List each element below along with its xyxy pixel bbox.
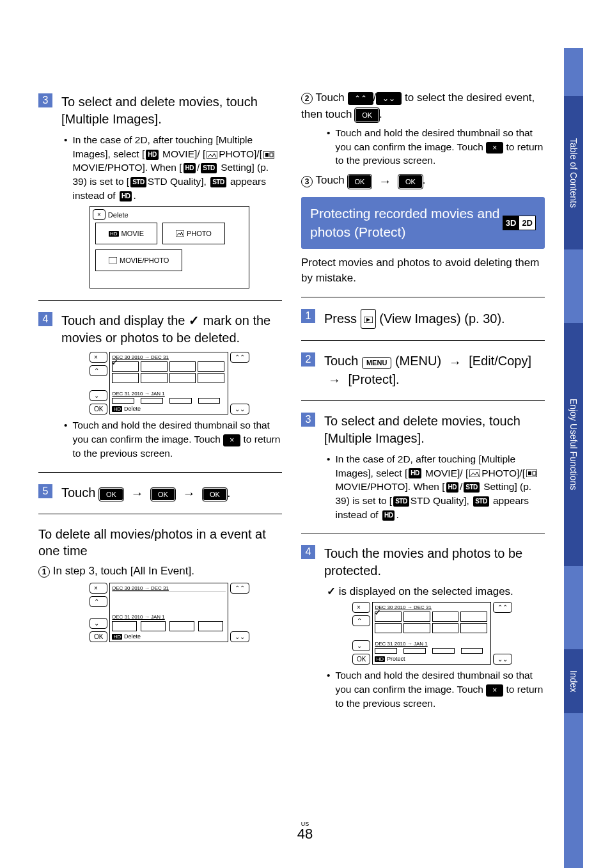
- std-icon: STD: [201, 163, 217, 173]
- substep-2: 2 Touch ⌃⌃/⌄⌄ to select the desired even…: [301, 90, 545, 122]
- note-text: Touch and hold the desired thumbnail so …: [335, 668, 545, 710]
- view-images-icon: [361, 309, 376, 329]
- page-up-button[interactable]: ⌃⌃: [230, 352, 249, 363]
- movie-photo-icon: [109, 257, 117, 264]
- ok-button-icon: OK: [203, 488, 227, 501]
- page-up-button[interactable]: ⌃⌃: [493, 602, 512, 613]
- thumbnail-screen-illustration: × ⌃ ⌄ OK DEC 30 2010 → DEC 31 ✓: [90, 352, 282, 414]
- step-title: To select and delete movies, touch [Mult…: [324, 413, 545, 447]
- ok-button[interactable]: OK: [352, 654, 370, 665]
- svg-rect-11: [533, 471, 536, 475]
- svg-marker-7: [366, 318, 370, 322]
- step-2-heading: 2 Touch MENU (MENU) → [Edit/Copy] → [Pro…: [301, 352, 545, 388]
- step-number: 5: [38, 484, 52, 498]
- note-text: Touch and hold the desired thumbnail so …: [335, 126, 545, 168]
- note-text: In the case of 2D, after touching [Multi…: [335, 452, 545, 521]
- close-button[interactable]: ×: [90, 352, 107, 363]
- page-down-button[interactable]: ⌄⌄: [230, 631, 249, 642]
- scroll-down-button[interactable]: ⌄: [90, 390, 107, 401]
- std-icon: STD: [210, 177, 226, 187]
- section-intro: Protect movies and photos to avoid delet…: [301, 255, 545, 286]
- step-title: Touch the movies and photos to be protec…: [324, 545, 545, 580]
- divider: [38, 472, 282, 473]
- std-icon: STD: [393, 496, 409, 507]
- step-number: 4: [301, 545, 315, 559]
- hd-icon: HD: [409, 468, 421, 478]
- tag-2d: 2D: [519, 216, 536, 231]
- date-label-2: DEC 31 2010 → JAN 1: [112, 391, 226, 397]
- note-text: In the case of 2D, after touching [Multi…: [72, 133, 282, 202]
- page-number: 48: [297, 826, 313, 842]
- note-text: Touch and hold the desired thumbnail so …: [72, 418, 282, 460]
- svg-rect-2: [265, 153, 269, 157]
- check-icon: ✓: [111, 357, 119, 367]
- arrow-right-icon: →: [328, 373, 341, 387]
- page-footer: US 48: [297, 823, 313, 842]
- section-title-box: Protecting recorded movies and photos (P…: [301, 197, 545, 249]
- ok-button[interactable]: OK: [90, 631, 107, 642]
- ok-button-icon: OK: [355, 108, 379, 123]
- svg-rect-1: [263, 151, 274, 159]
- side-tabs: Table of Contents Enjoy Useful Functions…: [564, 0, 583, 868]
- arrow-right-icon: →: [379, 174, 391, 188]
- close-icon: ×: [486, 142, 503, 154]
- ok-button[interactable]: OK: [90, 404, 107, 414]
- step-title: Touch and display the ✓ mark on the movi…: [61, 312, 282, 347]
- dialog-title: Delete: [108, 211, 129, 219]
- movie-photo-icon: [526, 470, 537, 477]
- bullet-icon: •: [64, 418, 67, 460]
- close-button[interactable]: ×: [352, 602, 370, 613]
- tab-toc[interactable]: Table of Contents: [564, 96, 583, 249]
- thumbnail-hold-note: • Touch and hold the desired thumbnail s…: [327, 126, 545, 168]
- date-label-2: DEC 31 2010 → JAN 1: [375, 641, 489, 647]
- scroll-up-button[interactable]: ⌃: [352, 615, 370, 626]
- right-column: 2 Touch ⌃⌃/⌄⌄ to select the desired even…: [301, 90, 545, 849]
- protect-screen-illustration: × ⌃ ⌄ OK DEC 30 2010 → DEC 31 ✓: [352, 602, 545, 665]
- step-number: 2: [301, 352, 315, 367]
- ok-button-icon: OK: [151, 488, 175, 501]
- hd-icon: HD: [375, 656, 385, 662]
- step-3b-note: • In the case of 2D, after touching [Mul…: [327, 452, 545, 521]
- page-down-icon: ⌄⌄: [376, 92, 402, 105]
- photo-icon: [469, 470, 480, 477]
- page-down-button[interactable]: ⌄⌄: [493, 654, 512, 665]
- svg-rect-5: [109, 257, 117, 264]
- std-icon: STD: [130, 177, 146, 187]
- svg-rect-10: [528, 471, 531, 475]
- all-in-event-screen-illustration: × ⌃ ⌄ OK DEC 30 2010 → DEC 31 DEC 31 201…: [90, 583, 282, 642]
- scroll-down-button[interactable]: ⌄: [90, 618, 107, 629]
- check-icon: ✓: [189, 313, 199, 327]
- step-3-note: • In the case of 2D, after touching [Mul…: [64, 133, 282, 202]
- mode-label: Protect: [387, 656, 405, 662]
- page-up-button[interactable]: ⌃⌃: [230, 583, 249, 594]
- photo-option[interactable]: PHOTO: [162, 223, 225, 244]
- divider: [301, 297, 545, 297]
- check-icon: ✓: [327, 585, 336, 597]
- tab-index[interactable]: Index: [564, 649, 583, 713]
- section-title: Protecting recorded movies and photos (P…: [310, 205, 503, 241]
- subsection-heading: To delete all movies/photos in a event a…: [38, 526, 282, 559]
- date-label-1: DEC 30 2010 → DEC 31: [112, 354, 226, 360]
- tab-enjoy-useful-functions[interactable]: Enjoy Useful Functions: [564, 323, 583, 566]
- divider: [301, 400, 545, 401]
- photo-icon: [207, 151, 217, 159]
- menu-button-icon: MENU: [362, 357, 391, 369]
- movie-option[interactable]: HDMOVIE: [95, 223, 157, 244]
- hd-icon: HD: [184, 163, 196, 173]
- page-up-icon: ⌃⌃: [348, 92, 373, 105]
- photo-icon: [176, 230, 184, 237]
- scroll-down-button[interactable]: ⌄: [352, 640, 370, 651]
- scroll-up-button[interactable]: ⌃: [90, 365, 107, 376]
- mode-tags: 3D 2D: [503, 216, 536, 231]
- scroll-up-button[interactable]: ⌃: [90, 596, 107, 607]
- close-button[interactable]: ×: [90, 583, 107, 594]
- page-down-button[interactable]: ⌄⌄: [230, 404, 249, 414]
- close-button[interactable]: ×: [93, 209, 106, 220]
- arrow-right-icon: →: [130, 486, 143, 500]
- step-title: Touch OK → OK → OK.: [61, 484, 230, 502]
- movie-photo-option[interactable]: MOVIE/PHOTO: [95, 249, 182, 271]
- bullet-icon: •: [327, 126, 330, 168]
- circled-number: 3: [301, 176, 313, 187]
- step-4b-heading: 4 Touch the movies and photos to be prot…: [301, 545, 545, 580]
- hd-icon: HD: [112, 634, 122, 640]
